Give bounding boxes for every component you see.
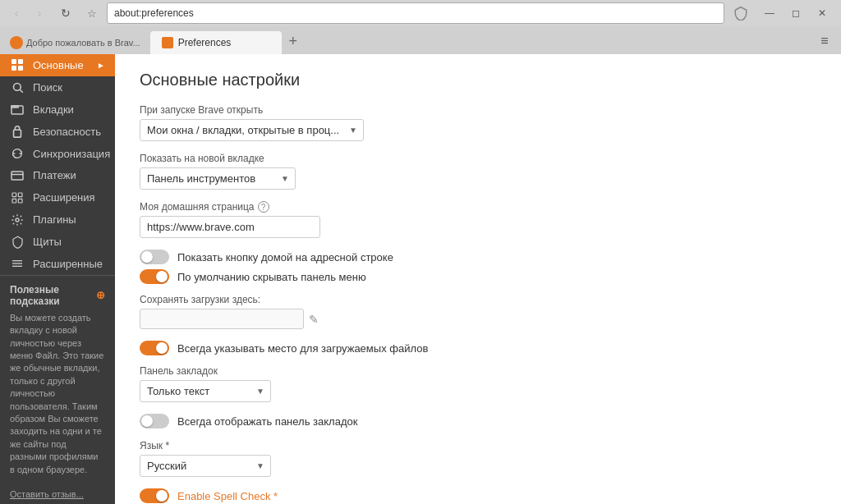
search-icon	[10, 80, 25, 94]
restore-button[interactable]: ◻	[784, 3, 808, 23]
browser-menu-button[interactable]: ≡	[815, 31, 834, 51]
sidebar-item-advanced-label: Расширенные	[33, 258, 103, 270]
tips-section: Полезные подсказки ⊕ Вы можете создать в…	[0, 275, 115, 484]
hide-menu-label: По умолчанию скрывать панель меню	[177, 271, 366, 283]
page-title: Основные настройки	[140, 71, 816, 89]
tabs-icon	[10, 102, 25, 117]
forward-button[interactable]: ›	[30, 3, 49, 23]
back-button[interactable]: ‹	[7, 3, 26, 23]
advanced-icon	[10, 256, 25, 271]
homepage-section: Моя домашняя страница ?	[140, 201, 816, 238]
startup-select[interactable]: Мои окна / вкладки, открытые в проц...	[140, 119, 364, 141]
svg-rect-0	[11, 59, 16, 64]
homepage-label: Моя домашняя страница ?	[140, 201, 816, 213]
sidebar-item-plugins[interactable]: Плагины	[0, 208, 115, 231]
new-tab-section: Показать на новой вкладке Панель инструм…	[140, 153, 816, 190]
shields-icon	[10, 235, 25, 250]
homepage-input[interactable]	[140, 216, 320, 238]
sidebar-item-advanced[interactable]: Расширенные	[0, 253, 115, 275]
security-icon	[10, 124, 25, 139]
close-button[interactable]: ✕	[810, 3, 834, 23]
svg-rect-7	[14, 130, 21, 137]
sidebar-item-security-label: Безопасность	[33, 126, 101, 138]
sidebar-item-shields-label: Щиты	[33, 236, 62, 248]
bookmark-star-button[interactable]: ☆	[82, 3, 102, 23]
language-select-wrapper: Русский ▼	[140, 455, 271, 477]
sidebar-item-sync[interactable]: Синхронизация	[0, 143, 115, 165]
edit-path-icon[interactable]: ✎	[309, 313, 319, 326]
sidebar-item-tabs[interactable]: Вкладки	[0, 99, 115, 121]
always-ask-toggle[interactable]	[140, 341, 169, 355]
always-ask-row: Всегда указывать место для загружаемых ф…	[140, 341, 816, 355]
svg-rect-2	[11, 66, 16, 71]
svg-rect-8	[11, 172, 23, 180]
hide-menu-row: По умолчанию скрывать панель меню	[140, 269, 816, 284]
svg-point-14	[16, 218, 19, 222]
language-select[interactable]: Русский	[140, 455, 271, 477]
downloads-label: Сохранять загрузки здесь:	[140, 294, 816, 305]
bookmarks-label: Панель закладок	[140, 365, 816, 377]
feedback-link[interactable]: Оставить отзыв...	[0, 484, 115, 504]
spell-check-toggle[interactable]	[140, 488, 169, 503]
sidebar-item-plugins-label: Плагины	[33, 213, 76, 226]
always-ask-label: Всегда указывать место для загружаемых ф…	[177, 342, 428, 355]
tab-label: Preferences	[178, 37, 232, 48]
startup-section: При запуске Brave открыть Мои окна / вкл…	[140, 104, 816, 141]
new-tab-select[interactable]: Панель инструментов	[140, 167, 296, 190]
brave-greeting-label: Добро пожаловать в Brav...	[7, 36, 149, 54]
download-path-row: ✎	[140, 309, 816, 329]
tips-icon: ⊕	[96, 289, 105, 301]
sidebar-item-shields[interactable]: Щиты	[0, 231, 115, 253]
sidebar-item-extensions[interactable]: Расширения	[0, 186, 115, 208]
brave-shield-icon	[731, 3, 751, 23]
new-tab-label: Показать на новой вкладке	[140, 153, 816, 164]
bookmarks-select-wrapper: Только текст ▼	[140, 380, 271, 402]
show-home-btn-toggle[interactable]	[140, 250, 169, 264]
refresh-button[interactable]: ↻	[56, 3, 76, 23]
sidebar-item-security[interactable]: Безопасность	[0, 121, 115, 143]
hide-menu-toggle[interactable]	[140, 269, 169, 284]
show-home-btn-label: Показать кнопку домой на адресной строке	[177, 251, 393, 263]
address-bar[interactable]	[107, 2, 724, 24]
sidebar-item-extensions-label: Расширения	[33, 191, 95, 204]
payments-icon	[10, 168, 25, 183]
basics-icon	[10, 57, 25, 72]
svg-rect-3	[18, 66, 23, 71]
language-section: Язык * Русский ▼	[140, 440, 816, 477]
sidebar-active-arrow: ►	[97, 61, 105, 70]
svg-rect-11	[18, 193, 22, 197]
svg-point-4	[13, 83, 21, 90]
sidebar: Основные ► Поиск Вкладки Безопасность	[0, 54, 115, 504]
sidebar-item-basics[interactable]: Основные ►	[0, 54, 115, 76]
svg-line-5	[20, 89, 22, 92]
svg-rect-1	[18, 59, 23, 64]
settings-content: Основные настройки При запуске Brave отк…	[115, 54, 841, 504]
bookmarks-select[interactable]: Только текст	[140, 380, 271, 402]
new-tab-select-wrapper: Панель инструментов ▼	[140, 167, 296, 190]
bookmarks-section: Панель закладок Только текст ▼	[140, 365, 816, 402]
sidebar-item-search[interactable]: Поиск	[0, 76, 115, 99]
tips-text: Вы можете создать вкладку с новой личнос…	[10, 312, 105, 476]
sidebar-item-search-label: Поиск	[33, 81, 62, 94]
sidebar-item-sync-label: Синхронизация	[33, 148, 110, 160]
sidebar-item-tabs-label: Вкладки	[33, 103, 74, 116]
svg-rect-10	[12, 193, 16, 197]
plugins-icon	[10, 213, 25, 227]
homepage-info-icon: ?	[258, 201, 269, 213]
language-label: Язык *	[140, 440, 816, 451]
always-show-bookmarks-label: Всегда отображать панель закладок	[177, 415, 357, 428]
tips-title: Полезные подсказки ⊕	[10, 284, 105, 307]
svg-rect-12	[12, 199, 16, 203]
download-path-input[interactable]	[140, 309, 304, 329]
downloads-section: Сохранять загрузки здесь: ✎	[140, 294, 816, 329]
minimize-button[interactable]: —	[757, 3, 782, 23]
sync-icon	[10, 146, 25, 161]
new-tab-button[interactable]: +	[283, 31, 303, 51]
tab-lion-icon	[162, 37, 173, 48]
svg-rect-13	[18, 199, 22, 203]
always-show-bookmarks-row: Всегда отображать панель закладок	[140, 414, 816, 428]
always-show-bookmarks-toggle[interactable]	[140, 414, 169, 428]
preferences-tab[interactable]: Preferences	[150, 31, 282, 54]
sidebar-item-payments[interactable]: Платежи	[0, 164, 115, 186]
spell-check-label: Enable Spell Check *	[177, 490, 278, 502]
